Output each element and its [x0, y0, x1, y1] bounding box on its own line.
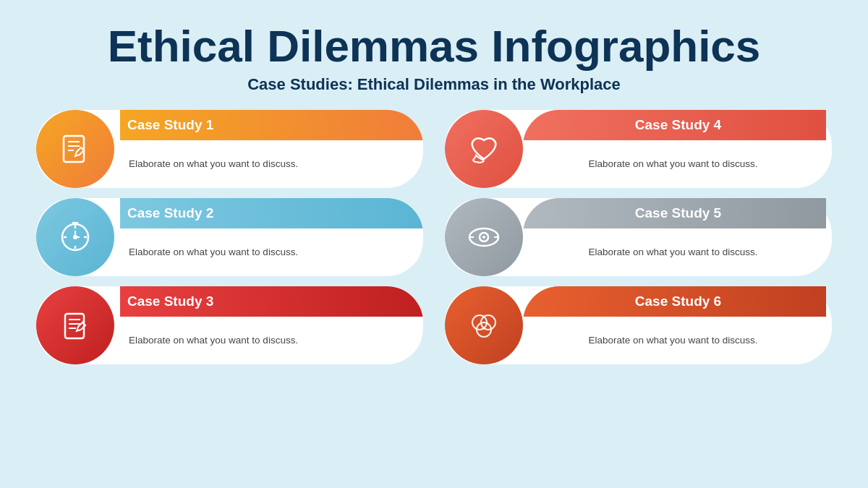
- case-study-2-title: Case Study 2: [127, 205, 213, 221]
- case-study-5-header: Case Study 5: [523, 198, 826, 228]
- subtitle: Case Studies: Ethical Dilemmas in the Wo…: [247, 75, 621, 94]
- case-study-1-body: Elaborate on what you want to discuss.: [120, 140, 423, 188]
- case-study-3-header: Case Study 3: [120, 286, 423, 317]
- case-study-1-header: Case Study 1: [120, 110, 423, 140]
- cards-grid: Case Study 1 Elaborate on what you want …: [36, 110, 832, 364]
- case-study-5-content: Case Study 5 Elaborate on what you want …: [523, 198, 868, 276]
- case-study-5-icon: [445, 198, 523, 276]
- case-study-4-text: Elaborate on what you want to discuss.: [588, 157, 757, 171]
- case-study-1-card: Case Study 1 Elaborate on what you want …: [36, 110, 423, 188]
- case-study-2-card: Case Study 2 Elaborate on what you want …: [36, 198, 423, 276]
- case-study-1-content: Case Study 1 Elaborate on what you want …: [75, 110, 423, 188]
- case-study-3-icon: [36, 286, 114, 364]
- case-study-6-card: Case Study 6 Elaborate on what you want …: [445, 286, 832, 364]
- case-study-2-icon: [36, 198, 114, 276]
- case-study-2-content: Case Study 2 Elaborate on what you want …: [75, 198, 423, 276]
- case-study-1-title: Case Study 1: [127, 117, 213, 133]
- case-study-3-content: Case Study 3 Elaborate on what you want …: [75, 286, 423, 364]
- case-study-6-content: Case Study 6 Elaborate on what you want …: [523, 286, 868, 364]
- case-study-3-body: Elaborate on what you want to discuss.: [120, 317, 423, 364]
- case-study-2-text: Elaborate on what you want to discuss.: [129, 245, 298, 260]
- svg-rect-17: [65, 314, 84, 338]
- case-study-2-body: Elaborate on what you want to discuss.: [120, 228, 423, 276]
- svg-line-21: [82, 321, 84, 322]
- case-study-5-body: Elaborate on what you want to discuss.: [523, 228, 826, 276]
- case-study-5-title: Case Study 5: [635, 205, 721, 221]
- case-study-4-content: Case Study 4 Elaborate on what you want …: [523, 110, 868, 188]
- case-study-6-header: Case Study 6: [523, 286, 826, 317]
- case-study-6-text: Elaborate on what you want to discuss.: [588, 333, 757, 348]
- case-study-6-icon: [445, 286, 523, 364]
- case-study-1-text: Elaborate on what you want to discuss.: [129, 157, 298, 171]
- case-study-2-header: Case Study 2: [120, 198, 423, 228]
- main-title: Ethical Dilemmas Infographics: [108, 22, 761, 71]
- case-study-6-title: Case Study 6: [635, 294, 721, 309]
- case-study-6-body: Elaborate on what you want to discuss.: [523, 317, 826, 364]
- svg-point-14: [482, 236, 485, 239]
- case-study-3-text: Elaborate on what you want to discuss.: [129, 333, 298, 348]
- case-study-5-card: Case Study 5 Elaborate on what you want …: [445, 198, 832, 276]
- case-study-3-card: Case Study 3 Elaborate on what you want …: [36, 286, 423, 364]
- case-study-1-icon: [36, 110, 114, 188]
- case-study-4-body: Elaborate on what you want to discuss.: [523, 140, 826, 188]
- svg-rect-0: [64, 136, 84, 162]
- case-study-4-card: Case Study 4 Elaborate on what you want …: [445, 110, 832, 188]
- case-study-3-title: Case Study 3: [127, 294, 213, 309]
- case-study-4-title: Case Study 4: [635, 117, 721, 133]
- case-study-5-text: Elaborate on what you want to discuss.: [588, 245, 757, 260]
- case-study-4-header: Case Study 4: [523, 110, 826, 140]
- case-study-4-icon: [445, 110, 523, 188]
